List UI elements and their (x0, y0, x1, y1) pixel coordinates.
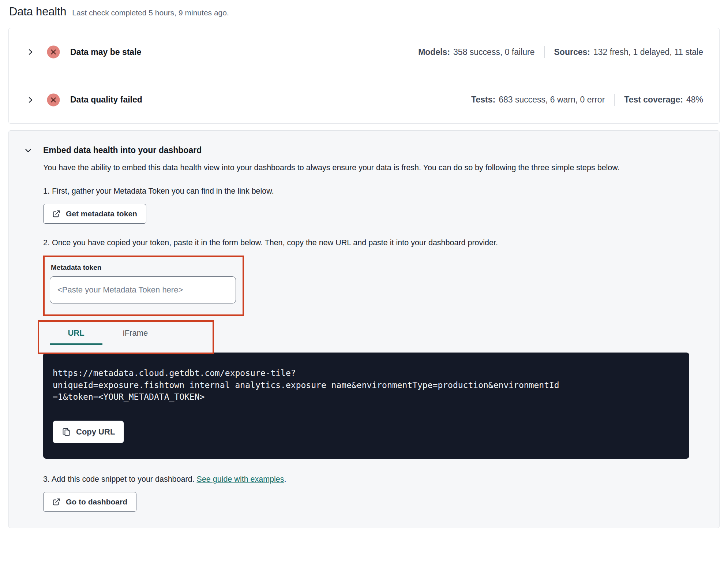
stat-value: 48% (686, 95, 703, 105)
button-label: Go to dashboard (66, 497, 127, 506)
stat-value: 358 success, 0 failure (453, 47, 534, 57)
embed-section: Embed data health into your dashboard Yo… (8, 130, 720, 528)
copy-icon (62, 428, 71, 436)
go-to-dashboard-button[interactable]: Go to dashboard (43, 492, 136, 512)
tab-iframe[interactable]: iFrame (109, 326, 162, 345)
metadata-token-input[interactable] (50, 276, 236, 303)
stat-label: Models: (418, 47, 450, 57)
page-header: Data health Last check completed 5 hours… (8, 5, 720, 18)
button-label: Get metadata token (66, 209, 137, 218)
step3-text: 3. Add this code snippet to your dashboa… (43, 475, 689, 484)
status-row-quality[interactable]: Data quality failed Tests: 683 success, … (9, 76, 719, 123)
metadata-token-label: Metadata token (51, 264, 236, 272)
tab-url[interactable]: URL (50, 326, 102, 345)
embed-url-text: https://metadata.cloud.getdbt.com/exposu… (53, 367, 680, 379)
chevron-down-icon[interactable] (24, 146, 32, 154)
step1-text: 1. First, gather your Metadata Token you… (43, 187, 689, 196)
last-check-text: Last check completed 5 hours, 9 minutes … (72, 8, 229, 17)
stat-label: Sources: (554, 47, 590, 57)
step3-text-after: . (284, 475, 286, 484)
embed-section-header[interactable]: Embed data health into your dashboard (24, 145, 689, 155)
copy-url-button[interactable]: Copy URL (53, 421, 124, 443)
status-row-stale[interactable]: Data may be stale Models: 358 success, 0… (9, 28, 719, 76)
output-format-tabs-wrap: URL iFrame (43, 326, 689, 345)
chevron-right-icon[interactable] (26, 96, 34, 104)
stat-value: 132 fresh, 1 delayed, 11 stale (593, 47, 703, 57)
error-status-icon (47, 93, 60, 107)
status-row-stats: Models: 358 success, 0 failure Sources: … (418, 46, 703, 58)
stat-label: Tests: (471, 95, 495, 105)
stat-divider (614, 94, 615, 106)
status-row-stats: Tests: 683 success, 6 warn, 0 error Test… (471, 94, 703, 106)
stat-value: 683 success, 6 warn, 0 error (499, 95, 605, 105)
step2-text: 2. Once you have copied your token, past… (43, 238, 689, 247)
get-metadata-token-button[interactable]: Get metadata token (43, 204, 146, 224)
embed-url-text: uniqueId=exposure.fishtown_internal_anal… (53, 379, 680, 391)
output-format-tabs: URL iFrame (43, 326, 689, 345)
embed-url-text: =1&token=<YOUR_METADATA_TOKEN> (53, 391, 680, 403)
external-link-icon (52, 498, 60, 506)
embed-description: You have the ability to embed this data … (43, 160, 665, 175)
data-health-page: Data health Last check completed 5 hours… (0, 0, 728, 528)
see-guide-link[interactable]: See guide with examples (197, 475, 284, 484)
status-row-title: Data quality failed (70, 95, 142, 105)
embed-section-title: Embed data health into your dashboard (43, 145, 202, 155)
step3-text-before: 3. Add this code snippet to your dashboa… (43, 475, 197, 484)
stat-label: Test coverage: (624, 95, 683, 105)
embed-url-code-block: https://metadata.cloud.getdbt.com/exposu… (43, 353, 689, 459)
chevron-right-icon[interactable] (26, 48, 34, 56)
status-card: Data may be stale Models: 358 success, 0… (8, 28, 720, 124)
external-link-icon (52, 210, 60, 218)
status-row-title: Data may be stale (70, 47, 141, 57)
error-status-icon (47, 45, 60, 59)
button-label: Copy URL (76, 427, 115, 437)
annotation-box-token: Metadata token (43, 256, 244, 316)
stat-divider (544, 46, 545, 58)
page-title: Data health (9, 5, 66, 18)
